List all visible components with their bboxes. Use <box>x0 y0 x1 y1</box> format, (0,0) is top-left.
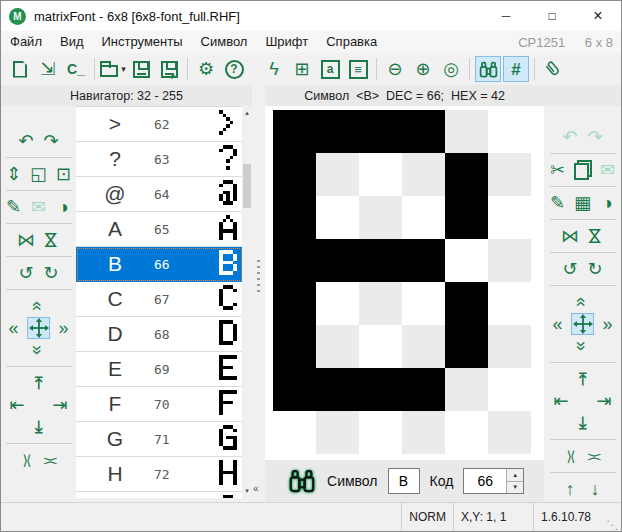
pixel-cell[interactable] <box>488 368 531 411</box>
pixel-cell[interactable] <box>273 239 316 282</box>
canvas-size-button[interactable]: ⊡ <box>52 163 75 185</box>
pixel-cell[interactable] <box>488 196 531 239</box>
pixel-cell[interactable] <box>359 153 402 196</box>
char-height-button[interactable]: ⇕ <box>2 163 25 185</box>
zoom-out-button[interactable]: ⊖ <box>382 56 408 82</box>
rotate-cw-button[interactable]: ↻ <box>40 262 63 284</box>
pixel-cell[interactable] <box>402 282 445 325</box>
pixel-cell[interactable] <box>402 196 445 239</box>
pixel-cell[interactable] <box>273 110 316 153</box>
center-vertical-button[interactable]: ⟩⟨ <box>584 445 607 467</box>
pixel-cell[interactable] <box>316 153 359 196</box>
undo-button[interactable]: ↶ <box>15 130 38 152</box>
pixel-cell[interactable] <box>445 325 488 368</box>
pixel-cell[interactable] <box>316 282 359 325</box>
shift-left-button[interactable]: « <box>546 313 569 335</box>
code-input[interactable] <box>464 469 506 493</box>
import-font-button[interactable]: ⇲ <box>35 56 61 82</box>
invert-button[interactable]: ◑ <box>596 192 619 214</box>
move-button[interactable] <box>27 317 50 339</box>
menu-item-view[interactable]: Вид <box>51 34 93 49</box>
move-button[interactable] <box>571 313 594 335</box>
pixel-cell[interactable] <box>359 239 402 282</box>
pixel-cell[interactable] <box>359 282 402 325</box>
copy-button[interactable] <box>571 159 594 181</box>
zoom-reset-button[interactable]: ◎ <box>438 56 464 82</box>
center-horizontal-button[interactable]: ⟩⟨ <box>15 449 38 471</box>
shift-down-button[interactable]: » <box>27 339 50 361</box>
splitter-collapse-icon[interactable]: « <box>253 483 259 494</box>
shift-up-button[interactable]: « <box>571 291 594 313</box>
optimize-button[interactable]: ϟ <box>261 56 287 82</box>
previous-char-button[interactable]: ↑ <box>559 478 582 500</box>
char-list-scrollbar[interactable]: ▴ ▾ <box>242 106 252 498</box>
flip-vertical-button[interactable]: ⋈ <box>40 229 63 251</box>
align-top-button[interactable]: ⇤ <box>571 368 594 390</box>
pixel-cell[interactable] <box>488 239 531 282</box>
pixel-cell[interactable] <box>445 368 488 411</box>
help-button[interactable]: ? <box>221 56 247 82</box>
maximize-button[interactable]: □ <box>529 1 575 31</box>
pixel-cell[interactable] <box>402 153 445 196</box>
pixel-cell[interactable] <box>488 282 531 325</box>
pixel-cell[interactable] <box>402 411 445 454</box>
char-row[interactable]: ?63 <box>76 142 243 177</box>
resize-grip[interactable]: ⋱ <box>606 519 618 531</box>
grid-toggle-button[interactable]: # <box>503 56 529 82</box>
align-bottom-button[interactable]: ⇥ <box>27 416 50 438</box>
invert-button[interactable]: ◑ <box>52 196 75 218</box>
char-row[interactable]: >62 <box>76 107 243 142</box>
char-row[interactable]: F70 <box>76 387 243 422</box>
pixel-cell[interactable] <box>445 196 488 239</box>
attachment-button[interactable] <box>540 56 566 82</box>
char-row[interactable]: D68 <box>76 317 243 352</box>
pixel-cell[interactable] <box>316 110 359 153</box>
pixel-cell[interactable] <box>488 325 531 368</box>
char-row[interactable]: G71 <box>76 422 243 457</box>
pixel-cell[interactable] <box>273 153 316 196</box>
pixel-cell[interactable] <box>273 282 316 325</box>
shift-left-button[interactable]: « <box>2 317 25 339</box>
code-decrement-button[interactable]: ▼ <box>507 482 523 494</box>
align-bottom-button[interactable]: ⇥ <box>571 412 594 434</box>
pixel-cell[interactable] <box>273 196 316 239</box>
align-right-button[interactable]: ⇥ <box>49 394 72 416</box>
pixel-cell[interactable] <box>402 239 445 282</box>
pixel-cell[interactable] <box>445 411 488 454</box>
shift-right-button[interactable]: » <box>52 317 75 339</box>
crop-button[interactable]: ◱ <box>27 163 50 185</box>
align-left-button[interactable]: ⇤ <box>6 394 29 416</box>
pixel-cell[interactable] <box>488 153 531 196</box>
shift-right-button[interactable]: » <box>596 313 619 335</box>
pixel-cell[interactable] <box>316 411 359 454</box>
brush-button[interactable]: ✎ <box>2 196 25 218</box>
pixel-cell[interactable] <box>359 368 402 411</box>
paste-button[interactable]: ✉ <box>596 159 619 181</box>
pixel-cell[interactable] <box>316 368 359 411</box>
pixel-cell[interactable] <box>359 110 402 153</box>
pixel-cell[interactable] <box>273 368 316 411</box>
pixel-cell[interactable] <box>316 196 359 239</box>
menu-item-file[interactable]: Файл <box>1 34 51 49</box>
symbol-input[interactable] <box>388 468 420 494</box>
menu-item-help[interactable]: Справка <box>317 34 386 49</box>
menu-item-font[interactable]: Шрифт <box>256 34 317 49</box>
char-row[interactable]: B66 <box>76 247 243 282</box>
pixel-cell[interactable] <box>273 411 316 454</box>
pixel-cell[interactable] <box>445 239 488 282</box>
font-properties-button[interactable]: ≡ <box>345 56 371 82</box>
rotate-ccw-button[interactable]: ↺ <box>559 258 582 280</box>
shift-down-button[interactable]: » <box>571 335 594 357</box>
redo-button[interactable]: ↷ <box>40 130 63 152</box>
pixel-cell[interactable] <box>316 239 359 282</box>
code-increment-button[interactable]: ▲ <box>507 469 523 482</box>
char-row[interactable]: E69 <box>76 352 243 387</box>
preview-toggle-button[interactable] <box>475 56 501 82</box>
pixel-cell[interactable] <box>316 325 359 368</box>
new-from-code-button[interactable]: C_ <box>63 56 89 82</box>
char-row[interactable]: C67 <box>76 282 243 317</box>
open-font-button[interactable]: ▾ <box>100 56 126 82</box>
pixel-cell[interactable] <box>445 282 488 325</box>
pixel-cell[interactable] <box>402 368 445 411</box>
next-char-button[interactable]: ↓ <box>584 478 607 500</box>
